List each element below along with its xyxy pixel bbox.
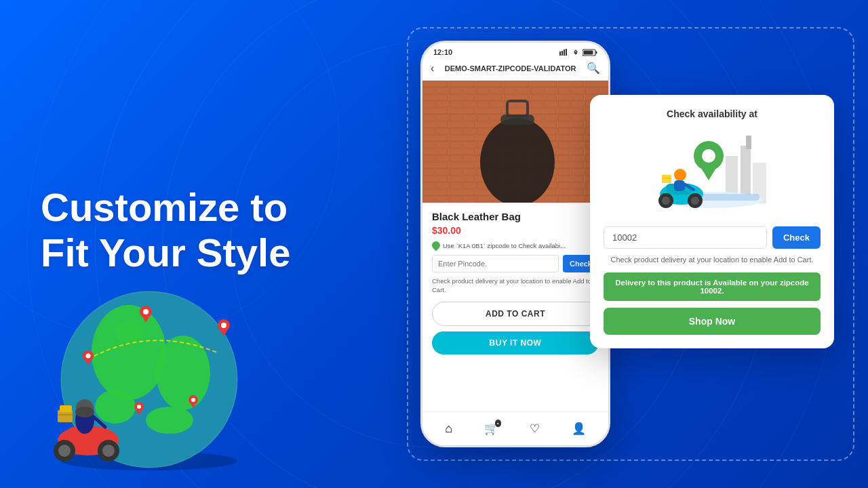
popup-note: Check product delivery at your location …: [604, 254, 821, 266]
globe-illustration: [20, 258, 278, 474]
delivery-note: Check product delivery at your location …: [432, 277, 599, 295]
svg-point-32: [75, 407, 94, 418]
cart-icon[interactable]: 🛒•: [484, 422, 498, 436]
svg-point-11: [146, 407, 193, 434]
phone-bottom-nav: ⌂ 🛒• ♡ 👤: [422, 411, 608, 445]
product-price: $30.00: [432, 225, 599, 236]
svg-rect-39: [564, 49, 565, 56]
buy-now-button[interactable]: BUY IT NOW: [432, 331, 599, 354]
popup-illustration: [604, 129, 821, 217]
svg-point-23: [191, 398, 195, 402]
svg-point-64: [662, 197, 670, 205]
svg-point-17: [143, 309, 149, 314]
svg-rect-44: [596, 51, 597, 54]
product-image: [422, 81, 608, 203]
pincode-input[interactable]: [432, 255, 559, 272]
popup-title: Check availability at: [604, 108, 821, 119]
popup-zipcode-input[interactable]: [604, 226, 767, 249]
status-icons: [559, 49, 597, 56]
svg-point-12: [115, 322, 142, 342]
home-icon[interactable]: ⌂: [445, 422, 452, 436]
account-icon[interactable]: 👤: [572, 422, 586, 436]
svg-point-67: [674, 169, 686, 181]
svg-rect-43: [584, 50, 593, 54]
svg-point-27: [58, 445, 71, 457]
phone-time: 12:10: [433, 48, 452, 56]
svg-point-21: [137, 405, 141, 409]
svg-rect-37: [559, 52, 561, 56]
phone-nav: ‹ DEMO-SMART-ZIPCODE-VALIDATOR 🔍: [422, 59, 608, 81]
svg-point-29: [102, 445, 115, 457]
popup-available-badge: Delivery to this product is Available on…: [604, 272, 821, 301]
shop-now-button[interactable]: Shop Now: [604, 308, 821, 335]
svg-point-15: [221, 323, 226, 328]
add-to-cart-button[interactable]: ADD TO CART: [432, 302, 599, 326]
svg-rect-40: [566, 49, 567, 56]
svg-rect-35: [60, 405, 72, 412]
pincode-input-row: Check: [432, 255, 599, 272]
svg-point-19: [86, 354, 91, 359]
phone-status-bar: 12:10: [422, 43, 608, 59]
popup-check-button[interactable]: Check: [772, 226, 821, 249]
zipcode-hint: Use `K1A 0B1` zipcode to Check availabi.…: [432, 241, 599, 249]
pin-icon: [431, 240, 442, 251]
product-content: Black Leather Bag $30.00 Use `K1A 0B1` z…: [422, 203, 608, 363]
svg-point-60: [702, 149, 715, 163]
store-name: DEMO-SMART-ZIPCODE-VALIDATOR: [445, 64, 576, 73]
back-icon[interactable]: ‹: [431, 62, 434, 75]
svg-point-41: [575, 52, 576, 54]
popup-input-row: Check: [604, 226, 821, 249]
svg-point-66: [691, 197, 699, 205]
popup-card: Check availability at: [590, 95, 834, 348]
svg-point-10: [95, 390, 136, 424]
search-icon[interactable]: 🔍: [587, 62, 600, 75]
svg-rect-56: [746, 136, 751, 149]
product-name: Black Leather Bag: [432, 211, 599, 222]
svg-rect-70: [662, 175, 671, 183]
phone-mockup: 12:10 ‹ DEMO-SMART-ZIPCODE-VALIDATOR 🔍: [420, 41, 610, 447]
svg-point-50: [480, 118, 555, 203]
svg-rect-68: [674, 180, 685, 191]
brick-texture: [422, 81, 608, 203]
wishlist-icon[interactable]: ♡: [530, 422, 540, 436]
svg-rect-38: [561, 51, 563, 56]
